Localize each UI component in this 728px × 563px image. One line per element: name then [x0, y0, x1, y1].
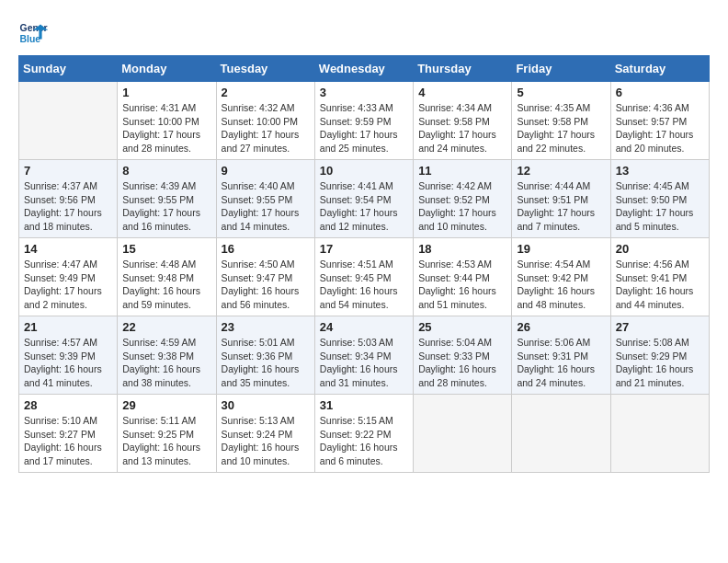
calendar-cell: 16Sunrise: 4:50 AM Sunset: 9:47 PM Dayli…	[216, 238, 314, 316]
calendar-cell: 2Sunrise: 4:32 AM Sunset: 10:00 PM Dayli…	[216, 82, 314, 160]
day-info: Sunrise: 4:32 AM Sunset: 10:00 PM Daylig…	[222, 101, 310, 155]
day-info: Sunrise: 4:57 AM Sunset: 9:39 PM Dayligh…	[24, 336, 112, 390]
day-number: 31	[320, 398, 408, 412]
day-header-monday: Monday	[118, 56, 216, 82]
calendar-cell: 3Sunrise: 4:33 AM Sunset: 9:59 PM Daylig…	[314, 82, 413, 160]
day-info: Sunrise: 4:36 AM Sunset: 9:57 PM Dayligh…	[616, 101, 704, 155]
day-info: Sunrise: 4:31 AM Sunset: 10:00 PM Daylig…	[122, 101, 210, 155]
day-info: Sunrise: 4:45 AM Sunset: 9:50 PM Dayligh…	[616, 179, 704, 234]
calendar-cell: 27Sunrise: 5:08 AM Sunset: 9:29 PM Dayli…	[610, 316, 709, 395]
calendar-cell: 26Sunrise: 5:06 AM Sunset: 9:31 PM Dayli…	[512, 316, 610, 395]
calendar-cell: 1Sunrise: 4:31 AM Sunset: 10:00 PM Dayli…	[118, 82, 216, 160]
day-number: 5	[517, 86, 605, 99]
day-number: 12	[517, 164, 605, 178]
calendar-cell: 5Sunrise: 4:35 AM Sunset: 9:58 PM Daylig…	[512, 82, 610, 160]
day-info: Sunrise: 4:34 AM Sunset: 9:58 PM Dayligh…	[418, 101, 506, 155]
day-info: Sunrise: 4:50 AM Sunset: 9:47 PM Dayligh…	[222, 258, 310, 312]
day-number: 22	[122, 320, 210, 334]
day-number: 30	[222, 398, 310, 412]
calendar-cell	[19, 82, 118, 160]
day-number: 29	[122, 398, 210, 412]
day-info: Sunrise: 4:44 AM Sunset: 9:51 PM Dayligh…	[517, 179, 605, 234]
day-info: Sunrise: 4:41 AM Sunset: 9:54 PM Dayligh…	[320, 179, 408, 234]
day-info: Sunrise: 5:01 AM Sunset: 9:36 PM Dayligh…	[222, 336, 310, 390]
calendar-cell: 22Sunrise: 4:59 AM Sunset: 9:38 PM Dayli…	[118, 316, 216, 395]
day-info: Sunrise: 5:11 AM Sunset: 9:25 PM Dayligh…	[122, 414, 210, 468]
day-info: Sunrise: 4:37 AM Sunset: 9:56 PM Dayligh…	[24, 179, 112, 234]
calendar-cell: 25Sunrise: 5:04 AM Sunset: 9:33 PM Dayli…	[414, 316, 512, 395]
day-number: 13	[616, 164, 704, 178]
day-number: 27	[616, 320, 704, 334]
calendar-cell: 17Sunrise: 4:51 AM Sunset: 9:45 PM Dayli…	[314, 238, 413, 316]
page-header: General Blue	[18, 18, 710, 48]
day-number: 25	[418, 320, 506, 334]
calendar-cell: 9Sunrise: 4:40 AM Sunset: 9:55 PM Daylig…	[216, 160, 314, 238]
day-info: Sunrise: 4:54 AM Sunset: 9:42 PM Dayligh…	[517, 258, 605, 312]
day-info: Sunrise: 4:39 AM Sunset: 9:55 PM Dayligh…	[122, 179, 210, 234]
day-number: 10	[320, 164, 408, 178]
day-header-friday: Friday	[512, 56, 610, 82]
day-number: 14	[24, 242, 112, 256]
day-info: Sunrise: 4:47 AM Sunset: 9:49 PM Dayligh…	[24, 258, 112, 312]
day-number: 16	[222, 242, 310, 256]
day-info: Sunrise: 5:13 AM Sunset: 9:24 PM Dayligh…	[222, 414, 310, 468]
calendar-cell	[610, 395, 709, 473]
calendar-cell: 19Sunrise: 4:54 AM Sunset: 9:42 PM Dayli…	[512, 238, 610, 316]
day-number: 24	[320, 320, 408, 334]
day-info: Sunrise: 5:15 AM Sunset: 9:22 PM Dayligh…	[320, 414, 408, 468]
week-row-5: 28Sunrise: 5:10 AM Sunset: 9:27 PM Dayli…	[19, 395, 710, 473]
calendar-cell: 7Sunrise: 4:37 AM Sunset: 9:56 PM Daylig…	[19, 160, 118, 238]
day-number: 8	[122, 164, 210, 178]
calendar-table: SundayMondayTuesdayWednesdayThursdayFrid…	[18, 55, 710, 473]
day-info: Sunrise: 5:04 AM Sunset: 9:33 PM Dayligh…	[418, 336, 506, 390]
calendar-cell: 13Sunrise: 4:45 AM Sunset: 9:50 PM Dayli…	[610, 160, 709, 238]
calendar-cell: 8Sunrise: 4:39 AM Sunset: 9:55 PM Daylig…	[118, 160, 216, 238]
calendar-cell: 31Sunrise: 5:15 AM Sunset: 9:22 PM Dayli…	[314, 395, 413, 473]
day-info: Sunrise: 5:03 AM Sunset: 9:34 PM Dayligh…	[320, 336, 408, 390]
day-number: 21	[24, 320, 112, 334]
day-info: Sunrise: 5:08 AM Sunset: 9:29 PM Dayligh…	[616, 336, 704, 390]
day-info: Sunrise: 4:33 AM Sunset: 9:59 PM Dayligh…	[320, 101, 408, 155]
day-number: 1	[122, 86, 210, 99]
day-header-thursday: Thursday	[414, 56, 512, 82]
calendar-cell: 12Sunrise: 4:44 AM Sunset: 9:51 PM Dayli…	[512, 160, 610, 238]
calendar-cell: 24Sunrise: 5:03 AM Sunset: 9:34 PM Dayli…	[314, 316, 413, 395]
day-number: 28	[24, 398, 112, 412]
logo-icon: General Blue	[18, 18, 48, 48]
day-number: 7	[24, 164, 112, 178]
calendar-cell	[414, 395, 512, 473]
calendar-cell: 10Sunrise: 4:41 AM Sunset: 9:54 PM Dayli…	[314, 160, 413, 238]
week-row-2: 7Sunrise: 4:37 AM Sunset: 9:56 PM Daylig…	[19, 160, 710, 238]
day-number: 17	[320, 242, 408, 256]
day-header-wednesday: Wednesday	[314, 56, 413, 82]
calendar-cell: 28Sunrise: 5:10 AM Sunset: 9:27 PM Dayli…	[19, 395, 118, 473]
svg-text:Blue: Blue	[20, 34, 41, 44]
calendar-cell: 4Sunrise: 4:34 AM Sunset: 9:58 PM Daylig…	[414, 82, 512, 160]
week-row-3: 14Sunrise: 4:47 AM Sunset: 9:49 PM Dayli…	[19, 238, 710, 316]
day-number: 20	[616, 242, 704, 256]
calendar-cell: 29Sunrise: 5:11 AM Sunset: 9:25 PM Dayli…	[118, 395, 216, 473]
day-number: 26	[517, 320, 605, 334]
day-info: Sunrise: 4:48 AM Sunset: 9:48 PM Dayligh…	[122, 258, 210, 312]
day-number: 23	[222, 320, 310, 334]
calendar-cell: 14Sunrise: 4:47 AM Sunset: 9:49 PM Dayli…	[19, 238, 118, 316]
day-info: Sunrise: 4:35 AM Sunset: 9:58 PM Dayligh…	[517, 101, 605, 155]
calendar-cell: 18Sunrise: 4:53 AM Sunset: 9:44 PM Dayli…	[414, 238, 512, 316]
week-row-4: 21Sunrise: 4:57 AM Sunset: 9:39 PM Dayli…	[19, 316, 710, 395]
day-info: Sunrise: 4:56 AM Sunset: 9:41 PM Dayligh…	[616, 258, 704, 312]
day-number: 3	[320, 86, 408, 99]
calendar-cell: 23Sunrise: 5:01 AM Sunset: 9:36 PM Dayli…	[216, 316, 314, 395]
day-info: Sunrise: 4:40 AM Sunset: 9:55 PM Dayligh…	[222, 179, 310, 234]
day-number: 11	[418, 164, 506, 178]
day-info: Sunrise: 4:51 AM Sunset: 9:45 PM Dayligh…	[320, 258, 408, 312]
calendar-cell: 15Sunrise: 4:48 AM Sunset: 9:48 PM Dayli…	[118, 238, 216, 316]
calendar-cell: 20Sunrise: 4:56 AM Sunset: 9:41 PM Dayli…	[610, 238, 709, 316]
calendar-cell: 11Sunrise: 4:42 AM Sunset: 9:52 PM Dayli…	[414, 160, 512, 238]
day-header-tuesday: Tuesday	[216, 56, 314, 82]
days-header-row: SundayMondayTuesdayWednesdayThursdayFrid…	[19, 56, 710, 82]
day-info: Sunrise: 4:59 AM Sunset: 9:38 PM Dayligh…	[122, 336, 210, 390]
day-info: Sunrise: 4:53 AM Sunset: 9:44 PM Dayligh…	[418, 258, 506, 312]
day-number: 4	[418, 86, 506, 99]
day-number: 6	[616, 86, 704, 99]
day-number: 18	[418, 242, 506, 256]
